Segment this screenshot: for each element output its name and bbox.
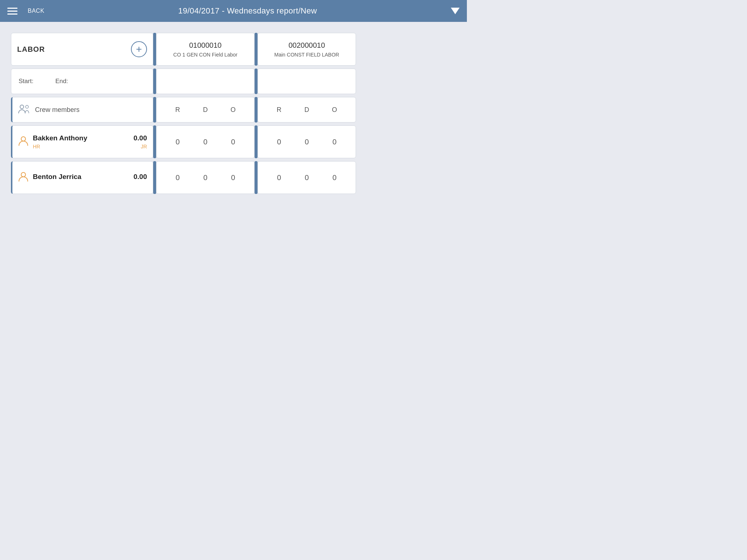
rdo-header-2: R D O	[258, 94, 356, 122]
divider-2-row3	[255, 94, 258, 122]
add-labor-button[interactable]: +	[131, 41, 147, 57]
cost-code-2-header: 002000010 Main CONST FIELD LABOR	[258, 33, 356, 66]
worker-2-info: Benton Jerrica 0.00	[33, 173, 147, 182]
svg-point-3	[21, 172, 26, 177]
worker-2-col2-d: 0	[299, 174, 314, 182]
worker-1-col1-values[interactable]: 0 0 0	[156, 122, 255, 158]
svg-point-2	[21, 137, 26, 141]
worker-2-col1-r: 0	[170, 174, 185, 182]
worker-2-col2-values[interactable]: 0 0 0	[258, 158, 356, 194]
page-title: 19/04/2017 - Wednesdays report/New	[44, 6, 451, 16]
worker-1-code: JR	[141, 144, 147, 149]
rdo-r-label-2: R	[272, 106, 286, 114]
worker-1-cell[interactable]: Bakken Anthony 0.00 HR JR	[11, 122, 153, 158]
divider-2-w2	[255, 158, 258, 194]
worker-2-icon	[18, 171, 28, 184]
rdo-o-label-1: O	[226, 106, 240, 114]
rdo-header-1: R D O	[156, 94, 255, 122]
crew-icon	[18, 104, 30, 116]
worker-2-name: Benton Jerrica	[33, 173, 81, 181]
menu-button[interactable]	[7, 8, 22, 15]
worker-1-type: HR	[33, 144, 40, 149]
divider-1-w2	[153, 158, 156, 194]
crew-members-cell[interactable]: Crew members	[11, 94, 153, 122]
worker-2-hours: 0.00	[133, 173, 147, 181]
worker-1-hours: 0.00	[133, 134, 147, 142]
worker-2-col2-o: 0	[327, 174, 342, 182]
worker-1-icon	[18, 136, 28, 148]
labor-grid: LABOR + 01000010 CO 1 GEN CON Field Labo…	[11, 33, 456, 194]
empty-cell-2-row2	[258, 66, 356, 94]
crew-members-label: Crew members	[35, 106, 80, 114]
worker-1-col2-r: 0	[272, 138, 286, 146]
worker-2-col1-values[interactable]: 0 0 0	[156, 158, 255, 194]
worker-2-col1-o: 0	[226, 174, 240, 182]
worker-1-col2-d: 0	[299, 138, 314, 146]
cost-code-1-desc: CO 1 GEN CON Field Labor	[173, 52, 237, 58]
cost-code-2-desc: Main CONST FIELD LABOR	[274, 52, 339, 58]
plus-icon: +	[136, 43, 142, 55]
worker-2-col2-r: 0	[272, 174, 286, 182]
divider-2-row2	[255, 66, 258, 94]
rdo-d-label-1: D	[198, 106, 213, 114]
svg-point-1	[26, 105, 28, 108]
worker-1-col2-o: 0	[327, 138, 342, 146]
end-label: End:	[55, 78, 68, 85]
worker-1-info: Bakken Anthony 0.00 HR JR	[33, 134, 147, 149]
start-end-cell[interactable]: Start: End:	[11, 66, 153, 94]
back-button[interactable]: BACK	[28, 8, 44, 14]
cost-code-2-number: 002000010	[289, 41, 325, 50]
empty-cell-1-row2	[156, 66, 255, 94]
worker-2-col1-d: 0	[198, 174, 213, 182]
cost-code-1-number: 01000010	[189, 41, 222, 50]
rdo-d-label-2: D	[299, 106, 314, 114]
worker-1-col1-r: 0	[170, 138, 185, 146]
worker-1-col1-o: 0	[226, 138, 240, 146]
svg-point-0	[20, 105, 24, 109]
main-content: LABOR + 01000010 CO 1 GEN CON Field Labo…	[0, 22, 467, 205]
divider-1-header	[153, 33, 156, 66]
divider-2-header	[255, 33, 258, 66]
worker-1-col1-d: 0	[198, 138, 213, 146]
start-label: Start:	[19, 78, 34, 85]
divider-1-row3	[153, 94, 156, 122]
header: BACK 19/04/2017 - Wednesdays report/New	[0, 0, 467, 22]
rdo-o-label-2: O	[327, 106, 342, 114]
divider-1-row2	[153, 66, 156, 94]
worker-2-cell[interactable]: Benton Jerrica 0.00	[11, 158, 153, 194]
labor-header-cell: LABOR +	[11, 33, 153, 66]
dropdown-button[interactable]	[451, 8, 460, 14]
divider-2-w1	[255, 122, 258, 158]
cost-code-1-header: 01000010 CO 1 GEN CON Field Labor	[156, 33, 255, 66]
worker-1-name: Bakken Anthony	[33, 134, 87, 142]
labor-label: LABOR	[17, 45, 131, 54]
rdo-r-label-1: R	[170, 106, 185, 114]
divider-1-w1	[153, 122, 156, 158]
worker-1-col2-values[interactable]: 0 0 0	[258, 122, 356, 158]
